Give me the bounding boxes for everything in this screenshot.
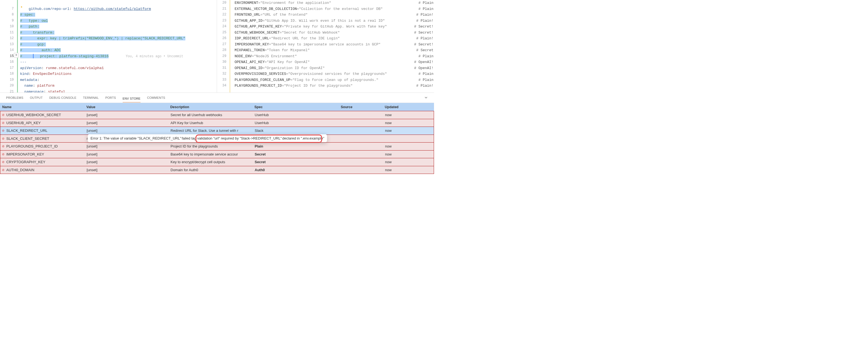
env-value: [unset] — [86, 152, 169, 156]
left-line: 18 kind: EnvSpecDefinitions — [0, 71, 217, 77]
env-var-line: FRONTEND_URL="URL of the frontend" — [235, 12, 416, 18]
env-spec: Secret — [254, 160, 340, 164]
right-editor[interactable]: 20ENVIRONMENT="Environment for the appli… — [217, 0, 434, 92]
left-line: 12 # expr: key | trimPrefix("REDWOOD_ENV… — [0, 35, 217, 41]
line-number: 8 — [0, 12, 17, 18]
right-line: 29NODE_ENV="NodeJS Environment"# Plain — [217, 53, 434, 59]
env-spec: Auth0 — [254, 168, 340, 172]
line-number: 19 — [0, 77, 17, 83]
left-editor[interactable]: ✦ + 7 github.com/repo-url: https://githu… — [0, 0, 217, 92]
left-line — [0, 0, 217, 6]
line-number: 20 — [0, 83, 17, 89]
sparkle-icon: ✦ — [20, 4, 23, 9]
line-number: 24 — [217, 24, 230, 30]
env-desc: API Key for Userhub — [169, 121, 254, 125]
env-desc: Key to encrypt/decrypt cell outputs — [169, 160, 254, 164]
right-line: 27IMPERSONATOR_KEY="Base64 key to impers… — [217, 41, 434, 48]
error-icon: ⊘ — [0, 168, 6, 172]
line-number: 28 — [217, 47, 230, 53]
type-tag: # Plain — [418, 0, 434, 6]
tab-debug-console[interactable]: DEBUG CONSOLE — [49, 95, 76, 100]
table-row[interactable]: ⊘CRYPTOGRAPHY_KEY[unset]Key to encrypt/d… — [0, 158, 434, 166]
line-number: 11 — [0, 30, 17, 36]
env-desc: Base64 key to impersonate service accour — [169, 152, 254, 156]
table-row[interactable]: ⊘PLAYGROUNDS_PROJECT_ID[unset]Project ID… — [0, 143, 434, 151]
left-line: 20 name: platform — [0, 83, 217, 89]
left-line: 19 metadata: — [0, 77, 217, 83]
env-var-line: EXTERNAL_VECTOR_DB_COLLECTION="Collectio… — [235, 6, 418, 12]
env-spec: UserHub — [254, 121, 340, 125]
add-line-button[interactable]: + — [14, 53, 19, 58]
env-var-line: MIXPANEL_TOKEN="Token for Mixpanel" — [235, 47, 416, 53]
error-icon: ⊘ — [0, 129, 6, 132]
type-tag: # Secret! — [414, 41, 434, 48]
tab-output[interactable]: OUTPUT — [30, 95, 43, 100]
env-spec: UserHub — [254, 113, 340, 117]
tab-terminal[interactable]: TERMINAL — [83, 95, 99, 100]
line-number: 20 — [217, 0, 230, 6]
env-name: SLACK_CLIENT_SECRET — [6, 137, 86, 141]
table-row[interactable]: ⊘SLACK_REDIRECT_URL[unset]Redirect URL f… — [0, 127, 434, 135]
line-number: 13 — [0, 41, 17, 48]
tab-env-store[interactable]: ENV STORE — [123, 96, 141, 102]
type-tag: # Secret! — [414, 30, 434, 36]
line-number: 23 — [217, 18, 230, 24]
type-tag: # Plain — [418, 77, 434, 83]
yaml-key: github.com/repo-url — [20, 7, 69, 11]
table-row[interactable]: ⊘SLACK_CLIENT_SECRETError 1: The value o… — [0, 135, 434, 143]
line-number: 21 — [0, 89, 17, 93]
header-spec[interactable]: Spec — [253, 105, 340, 109]
header-source[interactable]: Source — [340, 105, 384, 109]
repo-link[interactable]: https://github.com/stateful/platform — [74, 7, 151, 11]
table-row[interactable]: ⊘USERHUB_API_KEY[unset]API Key for Userh… — [0, 119, 434, 127]
type-tag: # OpenAI! — [414, 65, 434, 71]
type-tag: # Plain! — [416, 83, 434, 89]
type-tag: # Plain — [418, 6, 434, 12]
right-line: 31OPENAI_ORG_ID="Organization ID for Ope… — [217, 65, 434, 71]
line-number: 25 — [217, 30, 230, 36]
env-var-line: IMPERSONATOR_KEY="Base64 key to imperson… — [235, 41, 414, 48]
env-store-table[interactable]: Name Value Description Spec Source Updat… — [0, 103, 434, 177]
env-var-line: GITHUB_APP_PRIVATE_KEY="Private key for … — [235, 24, 414, 30]
line-number: 12 — [0, 35, 17, 41]
right-line: 34PLAYGROUNDS_PROJECT_ID="Project ID for… — [217, 83, 434, 89]
right-line: 20ENVIRONMENT="Environment for the appli… — [217, 0, 434, 6]
line-number: 22 — [217, 12, 230, 18]
header-updated[interactable]: Updated — [384, 105, 434, 109]
type-tag: # Plain — [418, 53, 434, 59]
type-tag: # Secret — [416, 47, 434, 53]
cursor-caret — [33, 54, 34, 58]
header-value[interactable]: Value — [85, 105, 169, 109]
env-updated: now — [384, 144, 434, 148]
env-desc: Project ID for the playgrounds — [169, 144, 254, 148]
left-line: 9 # type: owl — [0, 18, 217, 24]
left-line: 8 # spec: — [0, 12, 217, 18]
tab-ports[interactable]: PORTS — [105, 95, 116, 100]
tab-comments[interactable]: COMMENTS — [147, 95, 165, 100]
env-name: CRYPTOGRAPHY_KEY — [6, 160, 86, 164]
table-row[interactable]: ⊘AUTH0_DOMAIN[unset]Domain for Auth0Auth… — [0, 166, 434, 174]
header-name[interactable]: Name — [0, 105, 85, 109]
env-desc: Secret for all Userhub webhooks — [169, 113, 254, 117]
env-var-line: GITHUB_APP_ID="GitHub App ID. Will work … — [235, 18, 416, 24]
error-icon: ⊘ — [0, 160, 6, 164]
env-value: [unset] — [86, 121, 169, 125]
header-desc[interactable]: Description — [169, 105, 253, 109]
line-number: 31 — [217, 65, 230, 71]
env-name: USERHUB_API_KEY — [6, 121, 86, 125]
table-row[interactable]: ⊘IMPERSONATOR_KEY[unset]Base64 key to im… — [0, 151, 434, 158]
table-row[interactable]: ⊘USERHUB_WEBHOOK_SECRET[unset]Secret for… — [0, 111, 434, 119]
type-tag: # OpenAI! — [414, 59, 434, 65]
tab-problems[interactable]: PROBLEMS — [6, 95, 23, 100]
env-updated: now — [384, 121, 434, 125]
git-blame: You, 4 minutes ago • Uncommit — [126, 55, 183, 58]
chevron-down-icon[interactable] — [424, 95, 428, 100]
env-var-line: PLAYGROUNDS_PROJECT_ID="Project ID for t… — [235, 83, 416, 89]
right-line: 24GITHUB_APP_PRIVATE_KEY="Private key fo… — [217, 24, 434, 30]
line-number: 30 — [217, 59, 230, 65]
right-line: 23GITHUB_APP_ID="GitHub App ID. Will wor… — [217, 18, 434, 24]
right-line: 22FRONTEND_URL="URL of the frontend"# Pl… — [217, 12, 434, 18]
line-number: 16 — [0, 59, 17, 65]
left-line: 21 namespace: stateful — [0, 89, 217, 93]
error-tooltip: Error 1: The value of variable "SLACK_RE… — [88, 134, 327, 142]
